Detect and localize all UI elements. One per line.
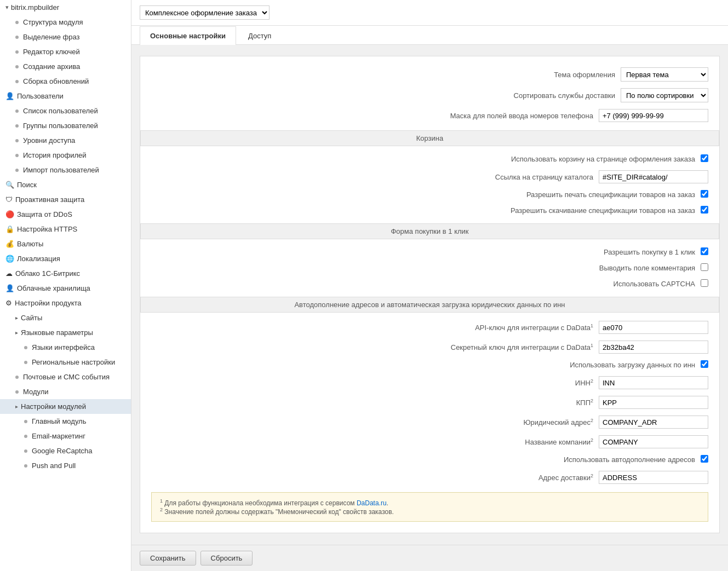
- sidebar-item-profile-history[interactable]: История профилей: [0, 148, 131, 163]
- sidebar-item-localization[interactable]: 🌐Локализация: [0, 251, 131, 266]
- arrow-icon: ▸: [15, 403, 18, 409]
- sidebar-label-update-build: Сборка обновлений: [23, 77, 125, 85]
- sidebar-item-ddos-protection[interactable]: 🔴Защита от DDoS: [0, 207, 131, 222]
- sidebar-item-mail-sms[interactable]: Почтовые и СМС события: [0, 370, 131, 384]
- reset-button[interactable]: Сбросить: [200, 551, 253, 566]
- module-dropdown[interactable]: Комплексное оформление заказа: [140, 5, 270, 20]
- secret-key-input[interactable]: [599, 341, 708, 354]
- sidebar-item-language-params[interactable]: ▸Языковые параметры: [0, 325, 131, 340]
- sidebar-item-key-editor[interactable]: Редактор ключей: [0, 44, 131, 59]
- icon-search: 🔍: [5, 181, 14, 189]
- sidebar-item-update-build[interactable]: Сборка обновлений: [0, 74, 131, 89]
- sidebar-item-interface-langs[interactable]: Языки интерфейса: [0, 340, 131, 355]
- sidebar-label-mail-sms: Почтовые и СМС события: [23, 373, 125, 381]
- theme-select[interactable]: Первая тема: [621, 67, 708, 82]
- sidebar-item-phrase-highlight[interactable]: Выделение фраз: [0, 30, 131, 44]
- sidebar-item-currencies[interactable]: 💰Валюты: [0, 237, 131, 251]
- dot-icon: [15, 36, 19, 39]
- allow-print-spec-checkbox[interactable]: [701, 190, 708, 198]
- show-comment-checkbox[interactable]: [701, 263, 708, 271]
- dot-icon: [15, 21, 19, 24]
- tab-basic[interactable]: Основные настройки: [140, 26, 236, 45]
- info-note2-sup: 2: [160, 507, 163, 512]
- tab-access[interactable]: Доступ: [238, 26, 282, 45]
- use-inn-load-checkbox[interactable]: [701, 360, 708, 368]
- sidebar-label-product-settings: Настройки продукта: [15, 299, 125, 307]
- info-note1: 1 Для работы функционала необходима инте…: [160, 498, 700, 507]
- dot-icon: [15, 80, 19, 83]
- sidebar-item-module-settings[interactable]: ▸Настройки модулей: [0, 399, 131, 414]
- sidebar-item-bitrix-mpbuilder[interactable]: ▾bitrix.mpbuilder: [0, 0, 131, 15]
- catalog-link-row: Ссылка на страницу каталога: [151, 170, 708, 183]
- sidebar-item-sites[interactable]: ▸Сайты: [0, 310, 131, 325]
- secret-key-control: [599, 341, 708, 354]
- sidebar-item-google-recaptcha[interactable]: Google ReCaptcha: [0, 443, 131, 458]
- sidebar-item-push-and-pull[interactable]: Push and Pull: [0, 458, 131, 473]
- legal-address-label: Юридический адрес2: [151, 418, 599, 426]
- sort-delivery-control: По полю сортировки: [621, 88, 708, 102]
- icon-currencies: 💰: [5, 240, 14, 248]
- delivery-address-sup: 2: [591, 473, 593, 478]
- sidebar-label-main-module: Главный модуль: [32, 417, 125, 425]
- use-autocomplete-checkbox[interactable]: [701, 455, 708, 463]
- phone-mask-input[interactable]: [599, 109, 708, 122]
- catalog-link-input[interactable]: [599, 170, 708, 183]
- sidebar-item-users[interactable]: 👤Пользователи: [0, 89, 131, 103]
- company-name-input[interactable]: [599, 435, 708, 448]
- sidebar-item-email-marketing[interactable]: Email-маркетинг: [0, 429, 131, 443]
- use-inn-load-label: Использовать загрузку данных по инн: [151, 361, 701, 369]
- delivery-address-input[interactable]: [599, 471, 708, 484]
- sidebar-item-regional-settings[interactable]: Региональные настройки: [0, 355, 131, 370]
- kpp-input[interactable]: [599, 396, 708, 409]
- sidebar-item-https-settings[interactable]: 🔒Настройка HTTPS: [0, 222, 131, 237]
- legal-address-input[interactable]: [599, 416, 708, 429]
- icon-ddos-protection: 🔴: [5, 210, 14, 218]
- dadata-section-header: Автодополнение адресов и автоматическая …: [140, 297, 719, 313]
- allow-one-click-row: Разрешить покупку в 1 клик: [151, 247, 708, 257]
- theme-row: Тема оформления Первая тема: [151, 67, 708, 82]
- sidebar-item-modules[interactable]: Модули: [0, 384, 131, 399]
- sidebar-item-module-structure[interactable]: Структура модуля: [0, 15, 131, 30]
- sidebar-item-proactive-protection[interactable]: 🛡Проактивная защита: [0, 192, 131, 207]
- kpp-label: КПП2: [151, 398, 599, 407]
- dadata-link[interactable]: DaData.ru: [357, 499, 387, 507]
- dot-icon: [15, 109, 19, 113]
- api-key-sup: 1: [591, 323, 593, 328]
- inn-control: [599, 376, 708, 389]
- sidebar-label-key-editor: Редактор ключей: [23, 48, 125, 56]
- sidebar-item-user-groups[interactable]: Группы пользователей: [0, 118, 131, 133]
- allow-one-click-checkbox[interactable]: [701, 247, 708, 255]
- allow-download-spec-checkbox[interactable]: [701, 206, 708, 214]
- sidebar-item-archive-create[interactable]: Создание архива: [0, 59, 131, 74]
- top-bar: Комплексное оформление заказа: [131, 0, 728, 26]
- catalog-link-control: [599, 170, 708, 183]
- api-key-input[interactable]: [599, 321, 708, 334]
- inn-sup: 2: [591, 378, 593, 384]
- sidebar-item-main-module[interactable]: Главный модуль: [0, 414, 131, 429]
- sidebar-label-google-recaptcha: Google ReCaptcha: [32, 447, 125, 455]
- sidebar-item-user-import[interactable]: Импорт пользователей: [0, 163, 131, 177]
- company-name-row: Название компании2: [151, 435, 708, 448]
- delivery-address-label: Адрес доставки2: [151, 473, 599, 482]
- legal-address-row: Юридический адрес2: [151, 416, 708, 429]
- one-click-section-header: Форма покупки в 1 клик: [140, 223, 719, 239]
- secret-key-row: Секретный ключ для интеграции с DaData1: [151, 341, 708, 354]
- sidebar-item-search[interactable]: 🔍Поиск: [0, 177, 131, 192]
- sidebar-item-product-settings[interactable]: ⚙Настройки продукта: [0, 296, 131, 310]
- sort-delivery-select[interactable]: По полю сортировки: [621, 88, 708, 102]
- sidebar-label-localization: Локализация: [17, 255, 125, 263]
- use-basket-checkbox[interactable]: [701, 154, 708, 162]
- save-button[interactable]: Сохранить: [140, 551, 196, 566]
- tabs-bar: Основные настройки Доступ: [131, 26, 728, 45]
- sidebar-item-users-list[interactable]: Список пользователей: [0, 103, 131, 118]
- inn-input[interactable]: [599, 376, 708, 389]
- sidebar-item-bitrix-cloud[interactable]: ☁Облако 1С-Битрикс: [0, 266, 131, 281]
- sidebar-item-cloud-storage[interactable]: 👤Облачные хранилища: [0, 281, 131, 296]
- info-note1-sup: 1: [160, 498, 163, 504]
- allow-download-spec-control: [701, 206, 708, 215]
- sidebar-item-access-levels[interactable]: Уровни доступа: [0, 133, 131, 148]
- icon-product-settings: ⚙: [5, 299, 12, 307]
- basket-section-header: Корзина: [140, 130, 719, 146]
- theme-control: Первая тема: [621, 67, 708, 82]
- use-captcha-checkbox[interactable]: [701, 279, 708, 287]
